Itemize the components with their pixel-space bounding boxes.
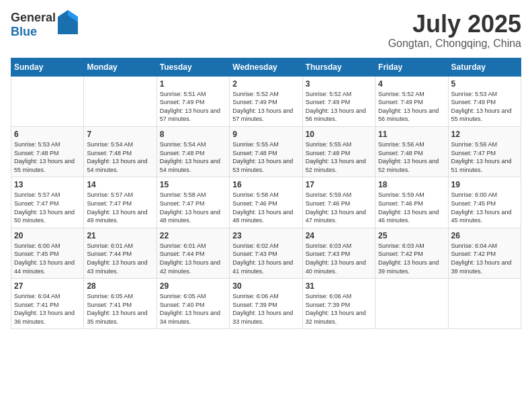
- logo-blue: Blue: [11, 25, 37, 38]
- day-number: 8: [160, 130, 226, 139]
- logo-text: General Blue: [11, 11, 56, 39]
- day-number: 22: [160, 231, 226, 240]
- calendar-cell: 14Sunrise: 5:57 AMSunset: 7:47 PMDayligh…: [84, 177, 157, 228]
- calendar-cell: [11, 76, 84, 126]
- day-info: Sunrise: 5:59 AMSunset: 7:46 PMDaylight:…: [306, 191, 372, 224]
- day-info: Sunrise: 6:05 AMSunset: 7:41 PMDaylight:…: [87, 292, 153, 326]
- logo-icon: [58, 10, 78, 34]
- calendar-cell: 21Sunrise: 6:01 AMSunset: 7:44 PMDayligh…: [84, 228, 157, 278]
- calendar-cell: [375, 279, 448, 329]
- logo-general: General: [11, 11, 56, 24]
- calendar-week-row: 20Sunrise: 6:00 AMSunset: 7:45 PMDayligh…: [11, 228, 521, 278]
- calendar-cell: 11Sunrise: 5:56 AMSunset: 7:48 PMDayligh…: [375, 126, 448, 177]
- day-number: 12: [451, 130, 518, 139]
- day-number: 25: [378, 231, 445, 240]
- day-number: 29: [160, 281, 226, 291]
- calendar-table: SundayMondayTuesdayWednesdayThursdayFrid…: [11, 58, 521, 330]
- calendar-cell: 1Sunrise: 5:51 AMSunset: 7:49 PMDaylight…: [157, 76, 229, 126]
- day-info: Sunrise: 6:05 AMSunset: 7:40 PMDaylight:…: [160, 292, 226, 326]
- day-info: Sunrise: 6:03 AMSunset: 7:43 PMDaylight:…: [306, 242, 372, 275]
- day-number: 21: [87, 231, 153, 240]
- day-info: Sunrise: 5:54 AMSunset: 7:48 PMDaylight:…: [87, 140, 153, 174]
- month-title: July 2025: [388, 11, 521, 38]
- calendar-cell: 13Sunrise: 5:57 AMSunset: 7:47 PMDayligh…: [11, 177, 84, 228]
- calendar-cell: 2Sunrise: 5:52 AMSunset: 7:49 PMDaylight…: [230, 76, 302, 126]
- day-number: 26: [451, 231, 518, 240]
- weekday-header: Wednesday: [230, 58, 302, 76]
- day-number: 27: [14, 281, 81, 291]
- day-info: Sunrise: 5:52 AMSunset: 7:49 PMDaylight:…: [232, 90, 299, 124]
- calendar-week-row: 13Sunrise: 5:57 AMSunset: 7:47 PMDayligh…: [11, 177, 521, 228]
- calendar-cell: 17Sunrise: 5:59 AMSunset: 7:46 PMDayligh…: [302, 177, 375, 228]
- day-number: 5: [451, 79, 518, 89]
- day-info: Sunrise: 5:55 AMSunset: 7:48 PMDaylight:…: [232, 140, 299, 174]
- day-number: 17: [306, 180, 372, 189]
- calendar-cell: 12Sunrise: 5:56 AMSunset: 7:47 PMDayligh…: [448, 126, 521, 177]
- day-number: 30: [232, 281, 299, 291]
- day-info: Sunrise: 6:02 AMSunset: 7:43 PMDaylight:…: [232, 242, 299, 275]
- weekday-header-row: SundayMondayTuesdayWednesdayThursdayFrid…: [11, 58, 521, 76]
- day-info: Sunrise: 5:53 AMSunset: 7:48 PMDaylight:…: [14, 140, 81, 174]
- day-number: 7: [87, 130, 153, 139]
- day-number: 2: [232, 79, 299, 89]
- calendar-cell: 10Sunrise: 5:55 AMSunset: 7:48 PMDayligh…: [302, 126, 375, 177]
- weekday-header: Monday: [84, 58, 157, 76]
- day-info: Sunrise: 5:55 AMSunset: 7:48 PMDaylight:…: [306, 140, 372, 174]
- calendar-cell: 23Sunrise: 6:02 AMSunset: 7:43 PMDayligh…: [230, 228, 302, 278]
- day-info: Sunrise: 5:59 AMSunset: 7:46 PMDaylight:…: [378, 191, 445, 224]
- day-number: 14: [87, 180, 153, 189]
- title-block: July 2025 Gongtan, Chongqing, China: [388, 11, 521, 50]
- day-info: Sunrise: 6:03 AMSunset: 7:42 PMDaylight:…: [378, 242, 445, 275]
- day-number: 15: [160, 180, 226, 189]
- weekday-header: Thursday: [302, 58, 375, 76]
- day-info: Sunrise: 5:56 AMSunset: 7:48 PMDaylight:…: [378, 140, 445, 174]
- day-number: 13: [14, 180, 81, 189]
- location-title: Gongtan, Chongqing, China: [388, 38, 521, 50]
- calendar-cell: 26Sunrise: 6:04 AMSunset: 7:42 PMDayligh…: [448, 228, 521, 278]
- calendar-cell: 8Sunrise: 5:54 AMSunset: 7:48 PMDaylight…: [157, 126, 229, 177]
- day-number: 6: [14, 130, 81, 139]
- day-number: 28: [87, 281, 153, 291]
- day-info: Sunrise: 5:56 AMSunset: 7:47 PMDaylight:…: [451, 140, 518, 174]
- calendar-cell: 6Sunrise: 5:53 AMSunset: 7:48 PMDaylight…: [11, 126, 84, 177]
- calendar-cell: 3Sunrise: 5:52 AMSunset: 7:49 PMDaylight…: [302, 76, 375, 126]
- day-number: 23: [232, 231, 299, 240]
- calendar-cell: 4Sunrise: 5:52 AMSunset: 7:49 PMDaylight…: [375, 76, 448, 126]
- calendar-cell: [448, 279, 521, 329]
- day-number: 10: [306, 130, 372, 139]
- day-info: Sunrise: 5:53 AMSunset: 7:49 PMDaylight:…: [451, 90, 518, 124]
- day-number: 4: [378, 79, 445, 89]
- day-info: Sunrise: 5:54 AMSunset: 7:48 PMDaylight:…: [160, 140, 226, 174]
- day-info: Sunrise: 5:52 AMSunset: 7:49 PMDaylight:…: [306, 90, 372, 124]
- day-info: Sunrise: 6:01 AMSunset: 7:44 PMDaylight:…: [160, 242, 226, 275]
- day-number: 31: [306, 281, 372, 291]
- day-number: 18: [378, 180, 445, 189]
- day-info: Sunrise: 5:57 AMSunset: 7:47 PMDaylight:…: [87, 191, 153, 224]
- day-info: Sunrise: 5:58 AMSunset: 7:47 PMDaylight:…: [160, 191, 226, 224]
- day-info: Sunrise: 6:06 AMSunset: 7:39 PMDaylight:…: [306, 292, 372, 326]
- weekday-header: Friday: [375, 58, 448, 76]
- day-info: Sunrise: 5:58 AMSunset: 7:46 PMDaylight:…: [232, 191, 299, 224]
- day-info: Sunrise: 6:04 AMSunset: 7:42 PMDaylight:…: [451, 242, 518, 275]
- day-info: Sunrise: 5:51 AMSunset: 7:49 PMDaylight:…: [160, 90, 226, 124]
- calendar-cell: 20Sunrise: 6:00 AMSunset: 7:45 PMDayligh…: [11, 228, 84, 278]
- weekday-header: Tuesday: [157, 58, 229, 76]
- calendar-cell: 28Sunrise: 6:05 AMSunset: 7:41 PMDayligh…: [84, 279, 157, 329]
- calendar-cell: 16Sunrise: 5:58 AMSunset: 7:46 PMDayligh…: [230, 177, 302, 228]
- calendar-cell: 15Sunrise: 5:58 AMSunset: 7:47 PMDayligh…: [157, 177, 229, 228]
- logo: General Blue: [11, 11, 78, 39]
- day-number: 1: [160, 79, 226, 89]
- day-info: Sunrise: 6:00 AMSunset: 7:45 PMDaylight:…: [451, 191, 518, 224]
- day-number: 19: [451, 180, 518, 189]
- day-info: Sunrise: 6:01 AMSunset: 7:44 PMDaylight:…: [87, 242, 153, 275]
- calendar-week-row: 1Sunrise: 5:51 AMSunset: 7:49 PMDaylight…: [11, 76, 521, 126]
- day-info: Sunrise: 5:52 AMSunset: 7:49 PMDaylight:…: [378, 90, 445, 124]
- day-number: 20: [14, 231, 81, 240]
- calendar-cell: 29Sunrise: 6:05 AMSunset: 7:40 PMDayligh…: [157, 279, 229, 329]
- day-info: Sunrise: 6:06 AMSunset: 7:39 PMDaylight:…: [232, 292, 299, 326]
- calendar-cell: 19Sunrise: 6:00 AMSunset: 7:45 PMDayligh…: [448, 177, 521, 228]
- weekday-header: Sunday: [11, 58, 84, 76]
- page-header: General Blue July 2025 Gongtan, Chongqin…: [11, 11, 521, 50]
- calendar-cell: 5Sunrise: 5:53 AMSunset: 7:49 PMDaylight…: [448, 76, 521, 126]
- calendar-cell: 31Sunrise: 6:06 AMSunset: 7:39 PMDayligh…: [302, 279, 375, 329]
